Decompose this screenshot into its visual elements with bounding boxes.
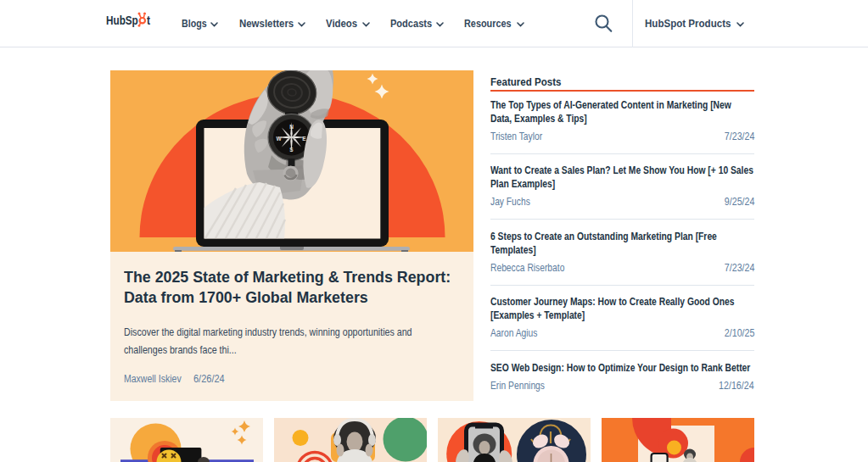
svg-text:E: E — [302, 136, 306, 142]
svg-text:S: S — [289, 147, 294, 153]
svg-text:W: W — [276, 136, 282, 142]
svg-text:N: N — [289, 124, 294, 130]
